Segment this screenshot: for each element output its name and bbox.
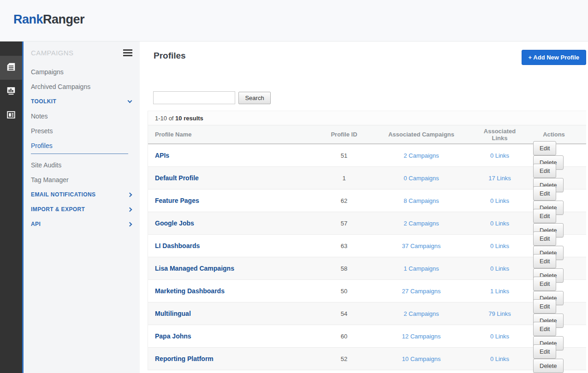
associated-campaigns-link[interactable]: 8 Campaigns [404, 197, 439, 204]
results-count-prefix: 1-10 of [155, 115, 175, 122]
profile-id-value: 60 [341, 333, 347, 340]
reports-bar-chart-icon [6, 86, 16, 98]
associated-campaigns-link[interactable]: 10 Campaigns [402, 355, 441, 362]
delete-button[interactable]: Delete [533, 359, 564, 373]
add-new-profile-button[interactable]: + Add New Profile [522, 50, 586, 65]
icon-rail [0, 41, 24, 373]
profile-name-link[interactable]: Default Profile [155, 174, 199, 182]
edit-button[interactable]: Edit [533, 209, 556, 223]
rankranger-logo[interactable]: RankRanger [13, 12, 84, 27]
column-header-profile-id: Profile ID [323, 131, 365, 138]
page-header: RankRanger [0, 0, 588, 41]
table-row: Google Jobs 57 2 Campaigns 0 Links Edit … [148, 212, 586, 235]
profile-name-link[interactable]: Reporting Platform [155, 355, 214, 362]
associated-links-link[interactable]: 1 Links [490, 288, 509, 295]
associated-links-link[interactable]: 0 Links [490, 220, 509, 227]
sidebar-item-import-export[interactable]: IMPORT & EXPORT [24, 202, 140, 217]
profile-name-link[interactable]: APIs [155, 152, 169, 159]
chevron-right-icon [128, 207, 132, 212]
table-row: Papa Johns 60 12 Campaigns 0 Links Edit … [148, 325, 586, 348]
sidebar-item-import-export-label: IMPORT & EXPORT [31, 206, 85, 213]
sidebar-item-profiles[interactable]: Profiles [24, 138, 140, 158]
table-row: Default Profile 1 0 Campaigns 17 Links E… [148, 167, 586, 189]
associated-campaigns-link[interactable]: 27 Campaigns [402, 288, 441, 295]
logo-rank-text: Rank [13, 12, 43, 26]
associated-campaigns-link[interactable]: 37 Campaigns [402, 243, 441, 249]
associated-campaigns-link[interactable]: 2 Campaigns [404, 310, 439, 317]
associated-links-link[interactable]: 0 Links [490, 152, 509, 159]
edit-button[interactable]: Edit [533, 344, 556, 359]
associated-campaigns-link[interactable]: 12 Campaigns [402, 333, 441, 340]
associated-links-link[interactable]: 0 Links [490, 333, 509, 340]
profile-name-link[interactable]: LI Dashboards [155, 242, 200, 249]
campaigns-document-icon [6, 62, 16, 74]
profile-id-value: 51 [341, 152, 347, 159]
table-row: Reporting Platform 52 10 Campaigns 0 Lin… [148, 348, 586, 370]
column-header-profile-name: Profile Name [148, 131, 323, 138]
rail-item-campaigns[interactable] [0, 56, 22, 80]
sidebar-item-email-notifications[interactable]: EMAIL NOTIFICATIONS [24, 187, 140, 202]
profiles-table: 1-10 of 10 results Profile Name Profile … [148, 111, 586, 370]
associated-links-link[interactable]: 0 Links [490, 265, 509, 272]
table-row: Marketing Dashboards 50 27 Campaigns 1 L… [148, 280, 586, 302]
associated-links-link[interactable]: 17 Links [488, 175, 511, 182]
sidebar-item-tag-manager[interactable]: Tag Manager [24, 172, 140, 187]
profile-name-link[interactable]: Google Jobs [155, 219, 194, 227]
search-input[interactable] [153, 91, 235, 104]
sidebar-item-api[interactable]: API [24, 217, 140, 231]
sidebar-item-toolkit[interactable]: TOOLKIT [24, 94, 140, 109]
profile-id-value: 62 [341, 197, 347, 204]
sidebar: CAMPAIGNS Campaigns Archived Campaigns T… [24, 41, 140, 373]
profile-id-value: 57 [341, 220, 347, 227]
logo-ranger-text: Ranger [43, 12, 84, 26]
associated-links-link[interactable]: 0 Links [490, 355, 509, 362]
edit-button[interactable]: Edit [533, 164, 556, 178]
results-count-bold: 10 results [175, 115, 203, 122]
profile-name-link[interactable]: Papa Johns [155, 332, 191, 340]
associated-links-link[interactable]: 0 Links [490, 243, 509, 249]
associated-campaigns-link[interactable]: 2 Campaigns [404, 220, 439, 227]
table-row: Multilingual 54 2 Campaigns 79 Links Edi… [148, 302, 586, 325]
search-button[interactable]: Search [238, 92, 270, 104]
chevron-right-icon [128, 192, 132, 197]
chevron-right-icon [128, 222, 132, 226]
profile-id-value: 52 [341, 355, 347, 362]
sidebar-item-archived-campaigns[interactable]: Archived Campaigns [24, 79, 140, 94]
associated-links-link[interactable]: 79 Links [488, 310, 511, 317]
sidebar-item-api-label: API [31, 221, 41, 227]
table-row: Feature Pages 62 8 Campaigns 0 Links Edi… [148, 189, 586, 212]
news-layout-icon [6, 110, 16, 122]
edit-button[interactable]: Edit [533, 299, 556, 314]
chevron-down-icon [128, 99, 132, 103]
sidebar-item-site-audits[interactable]: Site Audits [24, 158, 140, 172]
profile-name-link[interactable]: Feature Pages [155, 197, 199, 204]
sidebar-item-notes[interactable]: Notes [24, 109, 140, 124]
profile-id-value: 63 [341, 243, 347, 249]
sidebar-item-presets[interactable]: Presets [24, 124, 140, 138]
column-header-associated-campaigns: Associated Campaigns [365, 131, 478, 138]
sidebar-collapse-hamburger-icon[interactable] [123, 47, 132, 59]
profile-name-link[interactable]: Marketing Dashboards [155, 287, 225, 295]
edit-button[interactable]: Edit [533, 254, 556, 268]
associated-campaigns-link[interactable]: 0 Campaigns [404, 175, 439, 182]
sidebar-section-title: CAMPAIGNS [31, 49, 74, 57]
associated-links-link[interactable]: 0 Links [490, 197, 509, 204]
results-count: 1-10 of 10 results [148, 111, 586, 125]
associated-campaigns-link[interactable]: 1 Campaigns [404, 265, 439, 272]
profile-name-link[interactable]: Multilingual [155, 310, 191, 317]
rail-item-reports[interactable] [0, 80, 22, 104]
edit-button[interactable]: Edit [533, 141, 556, 155]
column-header-actions: Actions [522, 131, 586, 138]
edit-button[interactable]: Edit [533, 186, 556, 201]
edit-button[interactable]: Edit [533, 231, 556, 246]
associated-campaigns-link[interactable]: 2 Campaigns [404, 152, 439, 159]
sidebar-item-email-notifications-label: EMAIL NOTIFICATIONS [31, 191, 96, 198]
edit-button[interactable]: Edit [533, 322, 556, 336]
sidebar-item-campaigns[interactable]: Campaigns [24, 65, 140, 79]
profile-id-value: 58 [341, 265, 347, 272]
sidebar-header: CAMPAIGNS [24, 41, 140, 65]
rail-item-news[interactable] [0, 104, 22, 128]
column-header-associated-links: Associated Links [478, 128, 522, 142]
profile-name-link[interactable]: Lisa Managed Campaigns [155, 265, 234, 272]
edit-button[interactable]: Edit [533, 277, 556, 291]
